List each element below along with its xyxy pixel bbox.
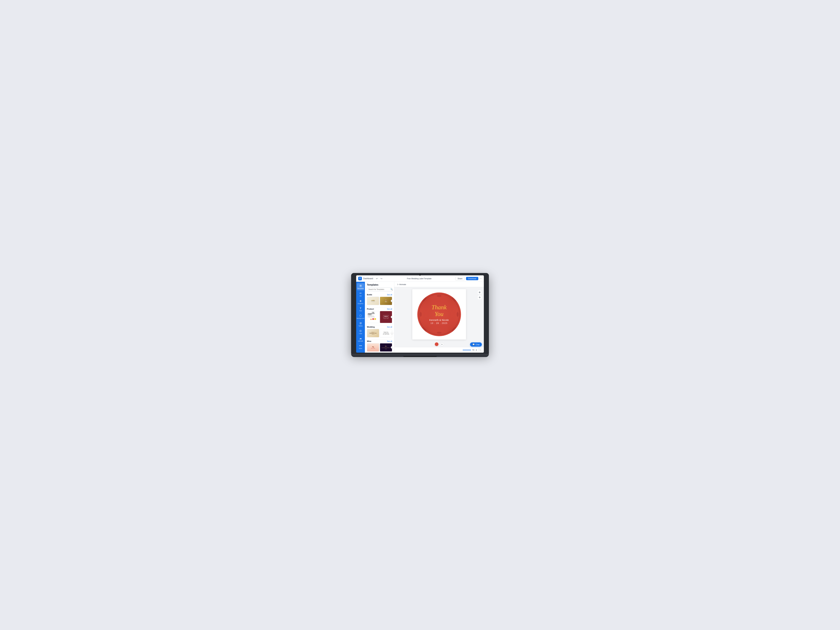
template-thumb-wine-1[interactable]: Nq Rose Wine [367, 343, 379, 352]
sidebar-item-fill[interactable]: ✏ Fill [357, 291, 364, 298]
more-icon: ••• [359, 344, 362, 347]
sidebar-item-background[interactable]: ⬡ Background [357, 313, 364, 320]
template-thumb-product-2[interactable]: PRICE Product Label [380, 311, 392, 323]
sidebar-item-more[interactable]: ••• More [357, 343, 364, 350]
search-input[interactable] [368, 289, 390, 290]
template-thumb-product-1[interactable]: THE ANDERSON FAMILY PHOTO ALBUM · CHRIST… [367, 311, 379, 323]
section-title-bottle: Bottle [367, 294, 372, 296]
sidebar-item-label-uploads: Uploads [358, 340, 363, 342]
sidebar-item-label-more: More [359, 347, 362, 349]
topbar-undo-redo: ↩ ↪ [375, 277, 383, 280]
canvas-controls-top: ⊞ ⧉ [477, 290, 482, 300]
sidebar-item-tables[interactable]: ⊞ Tables [357, 321, 364, 328]
section-bottle: Bottle See all LABEL Template [367, 294, 392, 305]
zoom-label: Fit [472, 349, 474, 351]
sidebar-item-label-text: Text [359, 310, 362, 312]
wedding-template-grid: ◌ Elegant ◌ Wedding Label ❀ ❀ ❀ Thank Yo… [367, 329, 392, 337]
sidebar-item-label-graphics: Graphics [358, 303, 363, 305]
app-logo: T [358, 277, 362, 280]
tables-icon: ⊞ [360, 322, 362, 325]
label-design: Thank You Kenneth & Nicole 10 . 28 . 202… [417, 292, 461, 336]
sidebar-item-logo[interactable]: ◎ Logo [357, 328, 364, 335]
canvas-area: ▷ Animate ⊞ ⧉ [394, 282, 484, 353]
section-header-bottle: Bottle See all [367, 294, 392, 296]
svg-point-8 [420, 312, 422, 317]
animate-label: Animate [399, 283, 406, 286]
copy-button[interactable]: ⧉ [477, 295, 482, 300]
sidebar-item-label-tables: Tables [358, 325, 363, 327]
search-box[interactable]: 🔍 [367, 287, 392, 291]
wine-template-grid: Nq Rose Wine D's CHARDONNAY 2021 [367, 343, 392, 352]
text-icon: T [360, 307, 361, 309]
wedding-next-arrow[interactable]: › [391, 332, 393, 334]
add-page-button[interactable]: + [440, 343, 444, 346]
topbar-title: Dashboard [363, 277, 373, 280]
bottle-template-grid: LABEL Template 🍷 Wine [367, 297, 392, 305]
zoom-controls: Fit ∧ 1 [463, 348, 482, 352]
canvas-card: Thank You Kenneth & Nicole 10 . 28 . 202… [412, 289, 466, 339]
sidebar-item-text[interactable]: T Text [357, 306, 364, 313]
undo-button[interactable]: ↩ [375, 277, 379, 280]
search-icon: 🔍 [390, 288, 393, 291]
bottle-next-arrow[interactable]: › [391, 300, 393, 302]
sidebar-item-label-background: Background [357, 317, 364, 319]
panel-body: Bottle See all LABEL Template [365, 292, 394, 353]
template-thumb-wedding-2[interactable]: Thank You 123 Wedding St City, State 123… [380, 329, 392, 337]
section-header-wine: Wine See all [367, 340, 392, 342]
names-text: Kenneth & Nicole [429, 319, 449, 321]
template-thumb-wedding-1[interactable]: ◌ Elegant ◌ Wedding Label ❀ ❀ ❀ [367, 329, 379, 337]
topbar-right: Share Download ··· [455, 277, 482, 280]
sidebar-item-templates[interactable]: ⊞ Templates [357, 283, 364, 290]
svg-point-9 [456, 312, 459, 317]
label-text-group: Thank You Kenneth & Nicole 10 . 28 . 202… [426, 301, 452, 328]
animate-button[interactable]: ▷ Animate [396, 283, 407, 286]
animate-icon: ▷ [397, 283, 399, 286]
section-nav-product: THE ANDERSON FAMILY PHOTO ALBUM · CHRIST… [367, 311, 392, 323]
section-wedding: Wedding See all ◌ Elegant ◌ Wedding Labe… [367, 326, 392, 337]
see-all-wedding[interactable]: See all [387, 326, 392, 328]
canvas-bottom: Fit ∧ 1 [394, 347, 484, 353]
see-all-bottle[interactable]: See all [387, 294, 392, 296]
canvas-viewport[interactable]: Thank You Kenneth & Nicole 10 . 28 . 202… [394, 287, 484, 341]
document-title: Free Wedding Label Template [385, 278, 454, 279]
product-next-arrow[interactable]: › [391, 316, 393, 318]
section-nav-wedding: ◌ Elegant ◌ Wedding Label ❀ ❀ ❀ Thank Yo… [367, 329, 392, 337]
sidebar-item-graphics[interactable]: ◈ Graphics [357, 298, 364, 305]
chat-label: Chat [475, 344, 480, 346]
template-thumb-bottle-2[interactable]: 🍷 Wine [380, 297, 392, 305]
chat-icon: 💬 [472, 343, 475, 346]
icon-sidebar: ⊞ Templates ✏ Fill ◈ Graphics T [356, 282, 365, 353]
product-template-grid: THE ANDERSON FAMILY PHOTO ALBUM · CHRIST… [367, 311, 392, 323]
uploads-icon: ☁ [359, 337, 362, 340]
download-button[interactable]: Download [466, 277, 478, 280]
see-all-wine[interactable]: See all [387, 340, 392, 342]
template-thumb-bottle-1[interactable]: LABEL Template [367, 297, 379, 305]
section-wine: Wine See all Nq Rose Wine [367, 340, 392, 352]
see-all-product[interactable]: See all [387, 308, 392, 310]
redo-button[interactable]: ↪ [379, 277, 383, 280]
main-content: ⊞ Templates ✏ Fill ◈ Graphics T [356, 282, 484, 353]
section-nav-wine: Nq Rose Wine D's CHARDONNAY 2021 [367, 343, 392, 352]
sidebar-item-uploads[interactable]: ☁ Uploads [357, 336, 364, 343]
zoom-up-button[interactable]: ∧ [475, 349, 477, 351]
svg-point-6 [437, 295, 442, 297]
share-button[interactable]: Share [455, 277, 464, 280]
logo-icon: ◎ [359, 329, 362, 332]
more-options-button[interactable]: ··· [480, 277, 482, 280]
templates-icon: ⊞ [360, 284, 362, 287]
page-indicator[interactable]: 1 [478, 348, 482, 352]
template-thumb-wine-2[interactable]: D's CHARDONNAY 2021 [380, 343, 392, 352]
background-icon: ⬡ [359, 314, 362, 317]
chat-button[interactable]: 💬 Chat [470, 343, 482, 347]
panel-title: Templates [367, 283, 392, 286]
panel-header: Templates 🔍 [365, 282, 394, 292]
sidebar-item-label-templates: Templates [357, 287, 364, 289]
graphics-icon: ◈ [360, 299, 362, 302]
thank-you-text: Thank You [429, 304, 449, 317]
sidebar-item-label-logo: Logo [359, 333, 362, 334]
sidebar-item-label-fill: Fill [360, 295, 362, 297]
zoom-slider[interactable] [463, 350, 471, 350]
topbar: T Dashboard ↩ ↪ Free Wedding Label Templ… [356, 275, 484, 282]
grid-toggle-button[interactable]: ⊞ [477, 290, 482, 295]
wine-next-arrow[interactable]: › [391, 346, 393, 349]
